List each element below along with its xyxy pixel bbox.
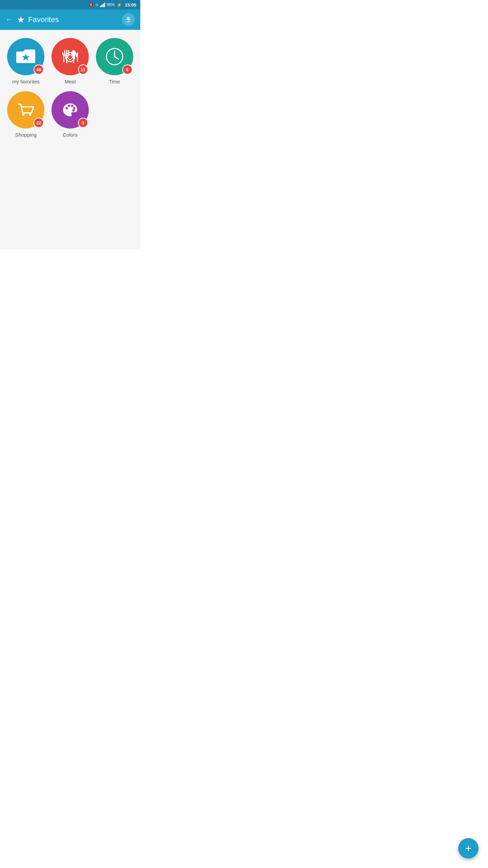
label-colors: Colors (63, 132, 77, 138)
svg-point-15 (65, 107, 68, 110)
signal-icon (100, 2, 105, 7)
label-my-favorites: my favorites (12, 79, 40, 84)
download-button[interactable] (122, 13, 135, 26)
hotspot-icon: ⊙ (95, 3, 98, 7)
favorites-grid: 49 my favorites (5, 38, 135, 138)
main-content: 49 my favorites (0, 30, 140, 250)
svg-point-14 (29, 114, 32, 116)
svg-point-17 (71, 105, 73, 107)
battery-icon: ⚡ (117, 2, 122, 7)
label-meal: Meal (65, 79, 76, 84)
badge-meal: 11 (78, 64, 88, 75)
label-time: Time (109, 79, 120, 84)
favorite-item-meal[interactable]: 🍽 11 Meal (50, 38, 91, 84)
battery-indicator: 96% (107, 2, 115, 7)
badge-my-favorites: 49 (34, 64, 44, 75)
status-time: 15:05 (125, 2, 136, 7)
palette-icon (60, 100, 80, 120)
svg-point-18 (73, 107, 75, 110)
download-icon (125, 16, 132, 23)
circle-wrap-time: 6 (96, 38, 133, 75)
favorite-item-time[interactable]: 6 Time (94, 38, 135, 84)
svg-point-13 (22, 114, 25, 116)
circle-wrap-shopping: 22 (7, 91, 44, 129)
svg-point-12 (114, 56, 115, 58)
cart-icon (16, 100, 36, 120)
folder-star-icon (16, 49, 35, 64)
status-icons: 🔇 ⊙ 96% ⚡ 15:05 (88, 2, 136, 7)
label-shopping: Shopping (15, 132, 37, 138)
circle-wrap-my-favorites: 49 (7, 38, 44, 75)
app-bar: ← ★ Favorites (0, 9, 140, 30)
svg-point-19 (72, 110, 75, 112)
back-button[interactable]: ← (5, 15, 13, 24)
favorite-item-my-favorites[interactable]: 49 my favorites (5, 38, 46, 84)
badge-colors: 3 (78, 118, 88, 128)
mute-icon: 🔇 (88, 2, 94, 7)
circle-wrap-colors: 3 (52, 91, 89, 129)
favorite-item-colors[interactable]: 3 Colors (50, 91, 91, 138)
star-icon: ★ (17, 15, 25, 25)
status-bar: 🔇 ⊙ 96% ⚡ 15:05 (0, 0, 140, 9)
badge-shopping: 22 (34, 118, 44, 128)
circle-wrap-meal: 🍽 11 (52, 38, 89, 75)
favorite-item-shopping[interactable]: 22 Shopping (5, 91, 46, 138)
clock-icon (104, 46, 125, 67)
badge-time: 6 (122, 64, 133, 75)
svg-point-16 (68, 105, 70, 107)
page-title: Favorites (28, 15, 122, 24)
